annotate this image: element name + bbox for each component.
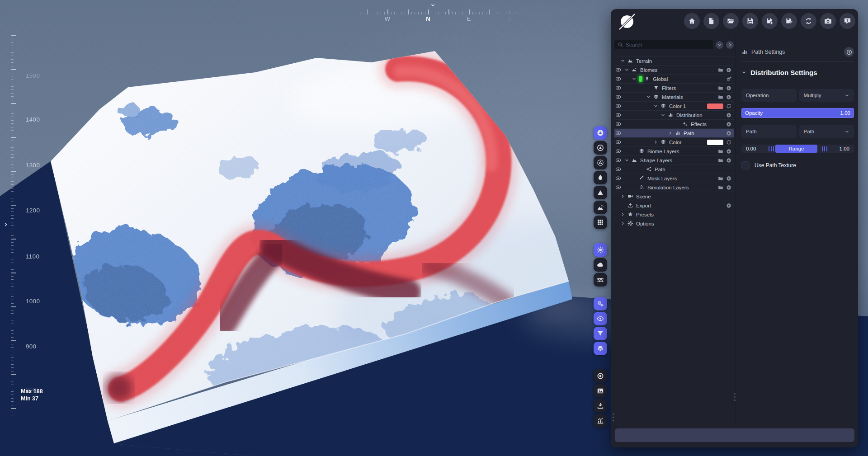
layer-row-biome-layers[interactable]: Biome Layers xyxy=(614,147,734,156)
range-slider[interactable]: 0.00 Range 1.00 xyxy=(741,145,854,153)
add-button[interactable] xyxy=(725,67,733,73)
path-select[interactable]: Path xyxy=(799,125,854,138)
layer-row-materials[interactable]: Materials xyxy=(614,93,734,102)
open-group-button[interactable] xyxy=(717,67,725,73)
layer-row-mask-layers[interactable]: Mask Layers xyxy=(614,174,734,183)
visibility-toggle[interactable] xyxy=(614,130,624,136)
range-handle-left[interactable] xyxy=(769,146,769,151)
expand-toggle[interactable] xyxy=(653,140,660,145)
add-button[interactable] xyxy=(725,113,733,118)
operation-select[interactable]: Multiply xyxy=(799,89,854,102)
visibility-toggle[interactable] xyxy=(614,184,624,190)
water-waves-button[interactable] xyxy=(594,273,607,287)
visibility-toggle[interactable] xyxy=(614,121,624,127)
mountain-view-button[interactable] xyxy=(594,186,607,199)
home-button[interactable] xyxy=(684,13,700,29)
stats-button[interactable] xyxy=(594,414,607,428)
use-path-texture-checkbox[interactable] xyxy=(741,161,750,169)
open-project-button[interactable] xyxy=(723,13,739,29)
add-button[interactable] xyxy=(725,185,733,190)
open-group-button[interactable] xyxy=(717,176,725,181)
add-button[interactable] xyxy=(725,176,733,181)
refresh-button[interactable] xyxy=(725,103,733,109)
open-group-button[interactable] xyxy=(717,185,725,190)
layer-row-color-1[interactable]: Color 1 xyxy=(614,102,734,111)
layer-row-biomes[interactable]: Biomes xyxy=(614,66,734,75)
column-resize-handle[interactable] xyxy=(734,393,736,395)
timeline-bar[interactable] xyxy=(615,428,854,442)
record-button[interactable] xyxy=(594,369,607,383)
visibility-toggle[interactable] xyxy=(614,157,624,163)
layer-row-terrain[interactable]: Terrain xyxy=(614,56,734,66)
layer-row-path[interactable]: Path xyxy=(614,129,734,138)
add-button[interactable] xyxy=(725,122,733,127)
add-button[interactable] xyxy=(725,131,733,136)
expand-toggle[interactable] xyxy=(624,158,632,163)
color-swatch[interactable] xyxy=(707,140,723,145)
open-group-button[interactable] xyxy=(717,158,725,163)
visibility-toggle[interactable] xyxy=(614,166,624,172)
compass-bar[interactable]: WNES xyxy=(353,4,524,25)
layer-row-simulation-layers[interactable]: Simulation Layers xyxy=(614,183,734,192)
layers-toggle-button[interactable] xyxy=(594,342,607,355)
visibility-toggle[interactable] xyxy=(614,112,624,118)
sync-button[interactable] xyxy=(801,13,816,29)
layer-row-color[interactable]: Color xyxy=(614,138,734,147)
layer-row-export[interactable]: Export xyxy=(614,201,734,210)
layer-row-path[interactable]: Path xyxy=(614,165,734,174)
clouds-button[interactable] xyxy=(594,258,607,272)
opacity-slider[interactable]: Opacity 1.00 xyxy=(741,108,854,118)
expand-toggle[interactable] xyxy=(632,76,639,81)
visibility-toggle[interactable] xyxy=(614,175,624,181)
layer-row-effects[interactable]: Effects xyxy=(614,120,734,129)
expand-toggle[interactable] xyxy=(624,67,632,72)
layer-row-global[interactable]: Global xyxy=(614,75,734,84)
range-pill[interactable]: Range xyxy=(775,145,817,153)
refresh-button[interactable] xyxy=(725,140,733,145)
search-box[interactable] xyxy=(614,40,713,49)
save-button[interactable] xyxy=(742,13,758,29)
expand-toggle[interactable] xyxy=(620,194,627,199)
environment-button[interactable] xyxy=(594,201,607,214)
open-group-button[interactable] xyxy=(717,149,725,154)
terrain-shaded-button[interactable] xyxy=(594,126,607,140)
expand-toggle[interactable] xyxy=(620,58,627,63)
help-button[interactable]: ? xyxy=(840,13,855,29)
add-button[interactable] xyxy=(725,149,733,154)
visibility-toggle[interactable] xyxy=(614,148,624,154)
grid-view-button[interactable] xyxy=(594,216,607,229)
section-distribution-settings[interactable]: Distribution Settings xyxy=(741,69,854,76)
expand-toggle[interactable] xyxy=(668,131,675,136)
range-handle-right[interactable] xyxy=(822,146,823,151)
visibility-toggle[interactable] xyxy=(614,103,624,109)
add-sublayer-button[interactable] xyxy=(725,76,733,82)
add-button[interactable] xyxy=(725,203,733,208)
open-group-button[interactable] xyxy=(717,94,725,100)
collapse-all-button[interactable] xyxy=(716,41,723,49)
layer-row-shape-layers[interactable]: Shape Layers xyxy=(614,156,734,165)
add-button[interactable] xyxy=(725,94,733,100)
pin-button[interactable] xyxy=(844,47,854,57)
expand-toggle[interactable] xyxy=(646,94,653,99)
snapshot-button[interactable] xyxy=(594,384,607,398)
expand-all-button[interactable] xyxy=(726,41,734,49)
open-group-button[interactable] xyxy=(717,85,725,91)
search-input[interactable] xyxy=(626,42,710,47)
visibility-toggle[interactable] xyxy=(614,94,624,100)
visibility-toggle[interactable] xyxy=(614,76,624,82)
download-button[interactable] xyxy=(594,399,607,413)
visibility-button[interactable] xyxy=(594,312,607,325)
layer-row-filters[interactable]: Filters xyxy=(614,84,734,93)
filter-toggle-button[interactable] xyxy=(594,327,607,340)
layer-row-distribution[interactable]: Distribution xyxy=(614,111,734,120)
add-button[interactable] xyxy=(725,158,733,163)
color-swatch[interactable] xyxy=(707,103,723,109)
terrain-points-button[interactable] xyxy=(594,156,607,169)
sun-light-button[interactable] xyxy=(594,243,607,257)
panel-resize-handle[interactable] xyxy=(613,414,614,415)
expand-toggle[interactable] xyxy=(660,113,668,118)
expand-toggle[interactable] xyxy=(653,103,660,108)
panel-expand-arrow[interactable] xyxy=(3,222,9,227)
save-incremental-button[interactable] xyxy=(781,13,797,29)
expand-toggle[interactable] xyxy=(620,212,627,217)
